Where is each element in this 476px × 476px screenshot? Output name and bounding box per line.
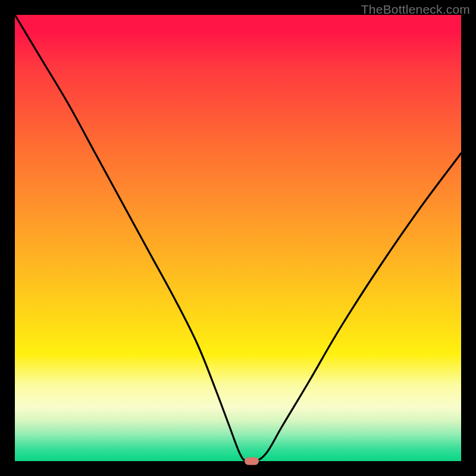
curve-svg [15, 15, 461, 461]
optimal-point-marker [245, 458, 259, 465]
chart-frame: TheBottleneck.com [0, 0, 476, 476]
bottleneck-curve [15, 15, 461, 461]
plot-area [15, 15, 461, 461]
